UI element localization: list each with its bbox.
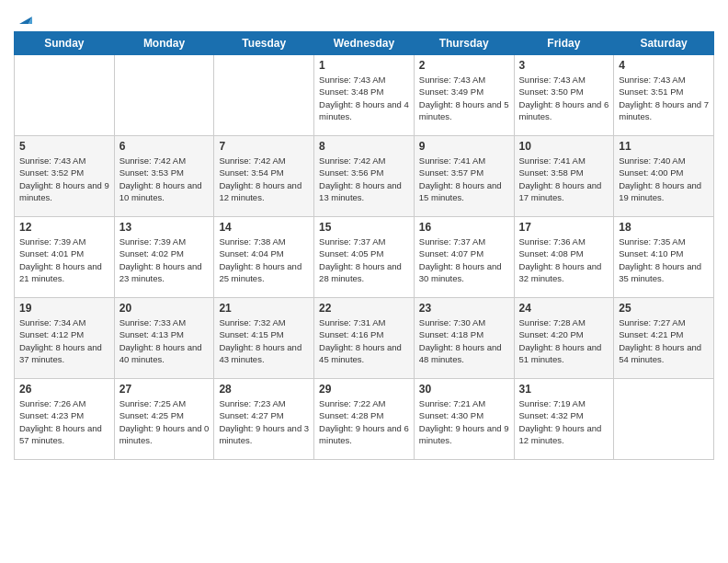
day-info: Sunrise: 7:39 AM Sunset: 4:01 PM Dayligh…	[19, 236, 109, 284]
calendar-cell: 16Sunrise: 7:37 AM Sunset: 4:07 PM Dayli…	[414, 217, 514, 298]
day-number: 8	[319, 140, 409, 153]
day-number: 11	[619, 140, 709, 153]
calendar-cell: 24Sunrise: 7:28 AM Sunset: 4:20 PM Dayli…	[514, 298, 614, 379]
day-info: Sunrise: 7:43 AM Sunset: 3:52 PM Dayligh…	[19, 155, 109, 203]
day-info: Sunrise: 7:33 AM Sunset: 4:13 PM Dayligh…	[119, 316, 210, 365]
day-info: Sunrise: 7:23 AM Sunset: 4:27 PM Dayligh…	[219, 397, 309, 446]
day-number: 10	[519, 140, 609, 153]
day-number: 13	[119, 221, 210, 234]
column-header-wednesday: Wednesday	[314, 32, 415, 55]
day-info: Sunrise: 7:32 AM Sunset: 4:15 PM Dayligh…	[219, 316, 309, 365]
calendar-cell: 21Sunrise: 7:32 AM Sunset: 4:15 PM Dayli…	[214, 298, 314, 379]
day-info: Sunrise: 7:43 AM Sunset: 3:51 PM Dayligh…	[619, 74, 709, 122]
column-header-friday: Friday	[514, 32, 614, 55]
calendar-cell	[214, 55, 314, 136]
calendar-cell: 6Sunrise: 7:42 AM Sunset: 3:53 PM Daylig…	[114, 136, 214, 217]
calendar-cell: 17Sunrise: 7:36 AM Sunset: 4:08 PM Dayli…	[514, 217, 614, 298]
calendar-cell: 4Sunrise: 7:43 AM Sunset: 3:51 PM Daylig…	[614, 55, 714, 136]
calendar-cell: 18Sunrise: 7:35 AM Sunset: 4:10 PM Dayli…	[614, 217, 714, 298]
day-info: Sunrise: 7:43 AM Sunset: 3:49 PM Dayligh…	[419, 74, 509, 122]
day-info: Sunrise: 7:26 AM Sunset: 4:23 PM Dayligh…	[19, 397, 109, 446]
day-number: 24	[519, 302, 609, 315]
logo	[14, 9, 36, 24]
day-number: 20	[119, 302, 210, 315]
day-number: 2	[419, 59, 509, 72]
calendar-week-3: 12Sunrise: 7:39 AM Sunset: 4:01 PM Dayli…	[15, 217, 714, 298]
day-number: 31	[519, 383, 609, 396]
day-number: 22	[319, 302, 409, 315]
calendar-cell: 5Sunrise: 7:43 AM Sunset: 3:52 PM Daylig…	[15, 136, 115, 217]
day-number: 15	[319, 221, 409, 234]
day-number: 9	[419, 140, 509, 153]
calendar-cell: 30Sunrise: 7:21 AM Sunset: 4:30 PM Dayli…	[414, 379, 514, 460]
day-info: Sunrise: 7:25 AM Sunset: 4:25 PM Dayligh…	[119, 397, 210, 446]
day-number: 21	[219, 302, 309, 315]
day-number: 1	[319, 59, 409, 72]
calendar-cell: 10Sunrise: 7:41 AM Sunset: 3:58 PM Dayli…	[514, 136, 614, 217]
calendar-cell: 9Sunrise: 7:41 AM Sunset: 3:57 PM Daylig…	[414, 136, 514, 217]
calendar-cell: 2Sunrise: 7:43 AM Sunset: 3:49 PM Daylig…	[414, 55, 514, 136]
calendar-week-5: 26Sunrise: 7:26 AM Sunset: 4:23 PM Dayli…	[15, 379, 714, 460]
day-info: Sunrise: 7:35 AM Sunset: 4:10 PM Dayligh…	[619, 236, 709, 284]
day-info: Sunrise: 7:42 AM Sunset: 3:56 PM Dayligh…	[319, 155, 409, 203]
calendar-cell: 1Sunrise: 7:43 AM Sunset: 3:48 PM Daylig…	[314, 55, 415, 136]
day-info: Sunrise: 7:22 AM Sunset: 4:28 PM Dayligh…	[319, 397, 409, 446]
column-header-tuesday: Tuesday	[214, 32, 314, 55]
day-info: Sunrise: 7:40 AM Sunset: 4:00 PM Dayligh…	[619, 155, 709, 203]
day-info: Sunrise: 7:28 AM Sunset: 4:20 PM Dayligh…	[519, 316, 609, 365]
calendar-cell: 8Sunrise: 7:42 AM Sunset: 3:56 PM Daylig…	[314, 136, 415, 217]
day-info: Sunrise: 7:37 AM Sunset: 4:05 PM Dayligh…	[319, 236, 409, 284]
calendar-cell	[15, 55, 115, 136]
calendar-cell: 7Sunrise: 7:42 AM Sunset: 3:54 PM Daylig…	[214, 136, 314, 217]
calendar-cell: 19Sunrise: 7:34 AM Sunset: 4:12 PM Dayli…	[15, 298, 115, 379]
calendar-week-4: 19Sunrise: 7:34 AM Sunset: 4:12 PM Dayli…	[15, 298, 714, 379]
calendar-cell: 20Sunrise: 7:33 AM Sunset: 4:13 PM Dayli…	[114, 298, 214, 379]
day-number: 4	[619, 59, 709, 72]
day-number: 7	[219, 140, 309, 153]
day-number: 23	[419, 302, 509, 315]
day-number: 27	[119, 383, 210, 396]
day-info: Sunrise: 7:34 AM Sunset: 4:12 PM Dayligh…	[19, 316, 109, 365]
day-info: Sunrise: 7:31 AM Sunset: 4:16 PM Dayligh…	[319, 316, 409, 365]
logo-icon	[16, 7, 36, 28]
day-number: 5	[19, 140, 109, 153]
day-info: Sunrise: 7:37 AM Sunset: 4:07 PM Dayligh…	[419, 236, 509, 284]
day-info: Sunrise: 7:27 AM Sunset: 4:21 PM Dayligh…	[619, 316, 709, 365]
calendar-cell: 25Sunrise: 7:27 AM Sunset: 4:21 PM Dayli…	[614, 298, 714, 379]
column-header-thursday: Thursday	[414, 32, 514, 55]
day-info: Sunrise: 7:38 AM Sunset: 4:04 PM Dayligh…	[219, 236, 309, 284]
calendar-week-2: 5Sunrise: 7:43 AM Sunset: 3:52 PM Daylig…	[15, 136, 714, 217]
calendar-cell: 27Sunrise: 7:25 AM Sunset: 4:25 PM Dayli…	[114, 379, 214, 460]
column-header-sunday: Sunday	[15, 32, 115, 55]
calendar-cell: 11Sunrise: 7:40 AM Sunset: 4:00 PM Dayli…	[614, 136, 714, 217]
calendar-cell: 23Sunrise: 7:30 AM Sunset: 4:18 PM Dayli…	[414, 298, 514, 379]
calendar-cell	[614, 379, 714, 460]
calendar-cell: 26Sunrise: 7:26 AM Sunset: 4:23 PM Dayli…	[15, 379, 115, 460]
day-info: Sunrise: 7:42 AM Sunset: 3:54 PM Dayligh…	[219, 155, 309, 203]
day-number: 3	[519, 59, 609, 72]
calendar-cell: 3Sunrise: 7:43 AM Sunset: 3:50 PM Daylig…	[514, 55, 614, 136]
day-number: 28	[219, 383, 309, 396]
calendar-week-1: 1Sunrise: 7:43 AM Sunset: 3:48 PM Daylig…	[15, 55, 714, 136]
calendar-table: SundayMondayTuesdayWednesdayThursdayFrid…	[14, 31, 714, 460]
day-info: Sunrise: 7:42 AM Sunset: 3:53 PM Dayligh…	[119, 155, 210, 203]
day-info: Sunrise: 7:41 AM Sunset: 3:58 PM Dayligh…	[519, 155, 609, 203]
calendar-cell: 31Sunrise: 7:19 AM Sunset: 4:32 PM Dayli…	[514, 379, 614, 460]
calendar-cell: 12Sunrise: 7:39 AM Sunset: 4:01 PM Dayli…	[15, 217, 115, 298]
calendar-cell	[114, 55, 214, 136]
day-info: Sunrise: 7:41 AM Sunset: 3:57 PM Dayligh…	[419, 155, 509, 203]
day-info: Sunrise: 7:19 AM Sunset: 4:32 PM Dayligh…	[519, 397, 609, 446]
calendar-cell: 28Sunrise: 7:23 AM Sunset: 4:27 PM Dayli…	[214, 379, 314, 460]
calendar-cell: 14Sunrise: 7:38 AM Sunset: 4:04 PM Dayli…	[214, 217, 314, 298]
calendar-cell: 29Sunrise: 7:22 AM Sunset: 4:28 PM Dayli…	[314, 379, 415, 460]
day-number: 17	[519, 221, 609, 234]
day-number: 19	[19, 302, 109, 315]
day-number: 6	[119, 140, 210, 153]
column-header-saturday: Saturday	[614, 32, 714, 55]
day-number: 30	[419, 383, 509, 396]
calendar-header-row: SundayMondayTuesdayWednesdayThursdayFrid…	[15, 32, 714, 55]
column-header-monday: Monday	[114, 32, 214, 55]
day-info: Sunrise: 7:43 AM Sunset: 3:50 PM Dayligh…	[519, 74, 609, 122]
day-number: 18	[619, 221, 709, 234]
day-info: Sunrise: 7:30 AM Sunset: 4:18 PM Dayligh…	[419, 316, 509, 365]
